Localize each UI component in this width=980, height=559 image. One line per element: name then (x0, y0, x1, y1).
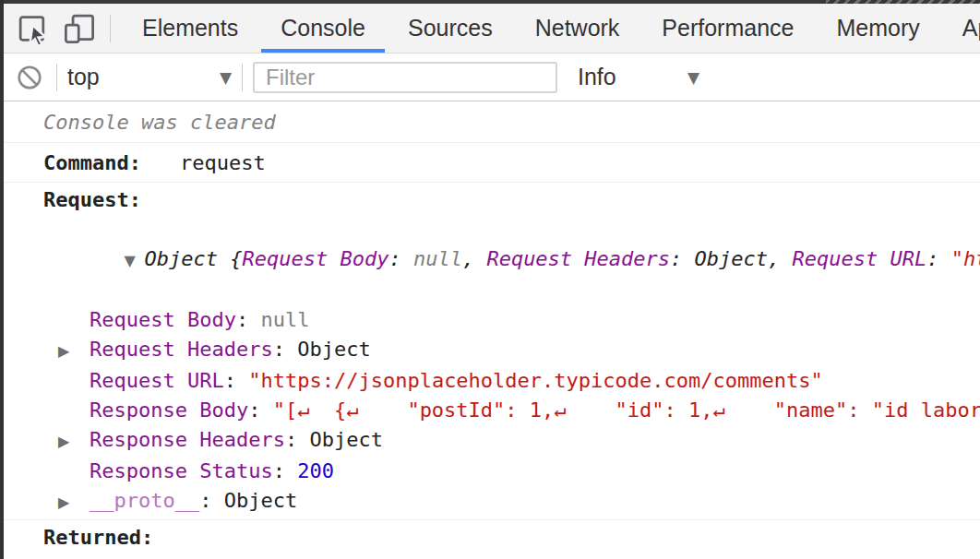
tab-label: Network (535, 15, 620, 42)
tab-label: Performance (662, 15, 794, 42)
property-value: null (260, 308, 309, 331)
clear-console-icon (16, 64, 43, 91)
preview-token-obj: Object (144, 247, 230, 270)
preview-token-null: null (413, 247, 462, 270)
request-object-preview[interactable]: ▼Object {Request Body: null, Request Hea… (0, 215, 980, 305)
execution-context-selector[interactable]: top ▼ (67, 64, 232, 90)
returned-label: Returned: (0, 523, 980, 553)
inspect-cursor-icon (15, 10, 52, 47)
preview-token-punct: , (768, 247, 793, 270)
tab-label: Console (281, 15, 365, 42)
console-cleared-message: Console was cleared (0, 101, 980, 143)
object-property-row: Response Body: "[↵ {↵ "postId": 1,↵ "id"… (0, 396, 980, 425)
property-value: "[↵ {↵ "postId": 1,↵ "id": 1,↵ "name": "… (273, 398, 980, 422)
expand-arrow-icon[interactable]: ▶ (58, 427, 90, 457)
property-value: "https://jsonplaceholder.typicode.com/co… (248, 369, 823, 392)
console-filter-input[interactable] (253, 62, 557, 93)
toolbar-separator (110, 15, 111, 42)
preview-token-punct: : (670, 247, 695, 270)
property-colon: : (273, 338, 298, 361)
preview-token-punct: : (388, 247, 413, 270)
property-value: Object (297, 338, 370, 361)
request-log-block: Request: ▼Object {Request Body: null, Re… (0, 183, 980, 520)
tab-memory[interactable]: Memory (815, 4, 940, 53)
returned-object-preview[interactable]: ▶Object {status: 200, duration: 296, bod… (0, 553, 980, 559)
toolbar-separator (242, 64, 243, 91)
preview-token-punct: { (230, 247, 242, 270)
log-level-label: Info (578, 64, 616, 90)
property-key: Response Body (90, 398, 248, 422)
object-property-row[interactable]: ▶Response Headers: Object (0, 425, 980, 457)
object-property-row[interactable]: ▶Request Headers: Object (0, 335, 980, 366)
property-key: Response Headers (90, 428, 285, 451)
preview-token-key: Request Body (242, 247, 388, 270)
tab-application[interactable]: Application (941, 4, 980, 53)
property-colon: : (285, 428, 310, 451)
chevron-down-icon: ▼ (687, 68, 699, 87)
toggle-device-toolbar-button[interactable] (59, 8, 100, 49)
chevron-down-icon: ▼ (220, 68, 232, 87)
preview-token-obj: Object (695, 247, 768, 270)
property-value: 200 (297, 459, 334, 482)
property-colon: : (199, 489, 224, 512)
inspect-element-button[interactable] (13, 8, 54, 49)
tab-label: Application (962, 15, 980, 42)
tab-performance[interactable]: Performance (640, 4, 815, 53)
devtools-tabbar: ElementsConsoleSourcesNetworkPerformance… (0, 4, 980, 54)
collapse-arrow-icon[interactable]: ▼ (124, 246, 144, 276)
preview-token-punct: : (926, 247, 951, 270)
device-toolbar-icon (61, 10, 98, 47)
property-key: Request Headers (90, 338, 273, 361)
tab-sources[interactable]: Sources (387, 4, 514, 53)
object-property-row: Request Body: null (0, 305, 980, 335)
object-property-row: Response Status: 200 (0, 457, 980, 486)
tab-network[interactable]: Network (514, 4, 641, 53)
execution-context-label: top (67, 64, 100, 90)
request-label: Request: (0, 185, 980, 215)
toolbar-separator (56, 64, 57, 91)
returned-log-block: Returned: ▶Object {status: 200, duration… (0, 520, 980, 559)
property-value: Object (309, 428, 382, 451)
preview-token-key: Request URL (793, 247, 927, 270)
active-tab-underline (261, 49, 385, 53)
command-label: Command: (43, 151, 141, 174)
property-colon: : (236, 308, 261, 331)
tab-label: Memory (836, 15, 919, 42)
tab-elements[interactable]: Elements (121, 4, 259, 53)
object-property-row[interactable]: ▶__proto__: Object (0, 486, 980, 517)
command-log-row: Command: request (0, 143, 980, 183)
log-level-selector[interactable]: Info ▼ (578, 64, 699, 90)
command-value: request (180, 151, 266, 174)
expand-arrow-icon[interactable]: ▶ (58, 488, 90, 517)
object-property-row: Request URL: "https://jsonplaceholder.ty… (0, 366, 980, 396)
property-key: Request Body (90, 308, 236, 331)
property-colon: : (273, 459, 298, 482)
tab-console[interactable]: Console (259, 4, 387, 53)
expand-arrow-icon[interactable]: ▶ (58, 337, 90, 366)
property-colon: : (248, 398, 273, 422)
property-key: Response Status (90, 459, 273, 482)
console-cleared-text: Console was cleared (43, 111, 276, 134)
tab-list: ElementsConsoleSourcesNetworkPerformance… (121, 4, 980, 53)
property-key: __proto__ (90, 489, 199, 512)
preview-token-punct: , (462, 247, 487, 270)
tab-label: Elements (142, 15, 238, 42)
window-left-edge (0, 0, 4, 559)
property-value: Object (224, 489, 297, 512)
property-colon: : (224, 369, 249, 392)
console-output: Console was cleared Command: request Req… (0, 101, 980, 559)
clear-console-button[interactable] (13, 61, 46, 94)
preview-token-key: Request Headers (486, 247, 670, 270)
request-object-children: Request Body: null▶Request Headers: Obje… (0, 305, 980, 517)
preview-token-str: "https://jsonplaceholder.typicode.com/co… (951, 247, 980, 270)
console-toolbar: top ▼ Info ▼ (0, 54, 980, 101)
object-preview-text: Object {Request Body: null, Request Head… (144, 247, 980, 270)
property-key: Request URL (90, 369, 224, 392)
tab-label: Sources (408, 15, 493, 42)
